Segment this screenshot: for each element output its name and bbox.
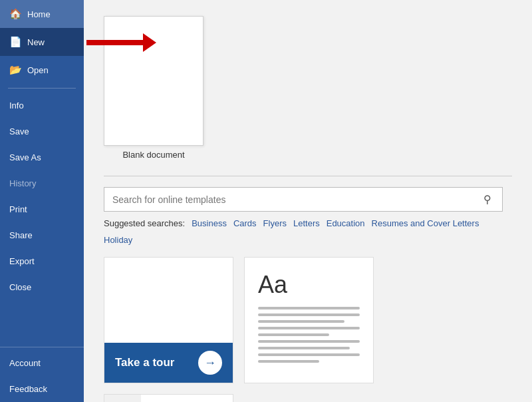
sidebar-item-share[interactable]: Share xyxy=(0,222,84,248)
sidebar-bottom: Account Feedback xyxy=(0,347,84,402)
aa-line-5 xyxy=(258,333,329,336)
sidebar-item-account[interactable]: Account xyxy=(0,350,84,376)
open-icon: 📂 xyxy=(9,64,22,76)
blank-doc-label: Blank document xyxy=(122,150,184,160)
sidebar-item-open[interactable]: 📂 Open xyxy=(0,56,84,84)
sidebar-item-save-as[interactable]: Save As xyxy=(0,144,84,170)
sidebar-item-print[interactable]: Print xyxy=(0,196,84,222)
suggested-tag-business[interactable]: Business xyxy=(192,218,227,228)
sidebar-item-history-label: History xyxy=(9,178,36,188)
sidebar-item-feedback[interactable]: Feedback xyxy=(0,376,84,402)
suggested-tag-letters[interactable]: Letters xyxy=(293,218,320,228)
search-box: ⚲ xyxy=(104,187,503,212)
sidebar-item-print-label: Print xyxy=(9,204,27,214)
arrow-head xyxy=(143,33,156,52)
sidebar-divider-top xyxy=(8,88,76,89)
search-button[interactable]: ⚲ xyxy=(481,193,494,206)
sidebar-item-save-label: Save xyxy=(9,126,29,136)
sidebar-item-export[interactable]: Export xyxy=(0,248,84,274)
sidebar-item-home-label: Home xyxy=(27,9,51,19)
sidebar-item-feedback-label: Feedback xyxy=(9,384,47,394)
sidebar-item-info-label: Info xyxy=(9,100,24,110)
sidebar-item-new-label: New xyxy=(27,37,45,47)
sidebar-item-save-as-label: Save As xyxy=(9,152,41,162)
suggested-tag-cards[interactable]: Cards xyxy=(233,218,257,228)
template-card-resume[interactable]: 👤 NAMEHERE JOB TITLE EDUCATION EXPERIENC… xyxy=(104,394,233,402)
search-section: ⚲ Suggested searches: Business Cards Fly… xyxy=(104,187,512,245)
new-doc-icon: 📄 xyxy=(9,36,22,48)
template-grid: Take a tour → Aa 👤 xyxy=(104,257,512,402)
sidebar-item-save[interactable]: Save xyxy=(0,118,84,144)
tour-text: Take a tour xyxy=(115,356,174,369)
content-divider xyxy=(104,176,512,176)
aa-label: Aa xyxy=(258,271,360,299)
sidebar-item-close-label: Close xyxy=(9,282,31,292)
suggested-tag-flyers[interactable]: Flyers xyxy=(263,218,287,228)
template-card-normal[interactable]: Aa xyxy=(244,257,374,383)
sidebar-item-new[interactable]: 📄 New xyxy=(0,28,84,56)
arrow-indicator xyxy=(86,33,156,52)
suggested-searches: Suggested searches: Business Cards Flyer… xyxy=(104,218,512,245)
sidebar-item-open-label: Open xyxy=(27,65,49,75)
aa-line-3 xyxy=(258,320,344,323)
aa-line-9 xyxy=(258,360,319,363)
search-input[interactable] xyxy=(112,194,481,205)
sidebar-item-export-label: Export xyxy=(9,256,35,266)
suggested-tag-resumes[interactable]: Resumes and Cover Letters xyxy=(372,218,479,228)
sidebar-item-close[interactable]: Close xyxy=(0,274,84,300)
arrow-line xyxy=(86,40,143,45)
tour-bottom: Take a tour → xyxy=(104,343,233,383)
suggested-tag-education[interactable]: Education xyxy=(327,218,365,228)
aa-line-1 xyxy=(258,307,360,309)
tour-arrow-icon: → xyxy=(198,351,222,375)
suggested-tag-holiday[interactable]: Holiday xyxy=(104,235,132,245)
template-card-tour[interactable]: Take a tour → xyxy=(104,257,233,383)
blank-doc-section: Blank document xyxy=(104,16,512,160)
aa-line-2 xyxy=(258,313,360,316)
sidebar-item-share-label: Share xyxy=(9,230,33,240)
main-content: Blank document ⚲ Suggested searches: Bus… xyxy=(84,0,532,402)
aa-line-6 xyxy=(258,340,360,343)
aa-line-4 xyxy=(258,327,360,329)
aa-line-8 xyxy=(258,353,360,356)
sidebar-item-history[interactable]: History xyxy=(0,170,84,196)
sidebar-item-account-label: Account xyxy=(9,358,41,368)
home-icon: 🏠 xyxy=(9,8,22,20)
sidebar: 🏠 Home 📄 New 📂 Open Info Save Save As Hi… xyxy=(0,0,84,402)
resume-right: NAMEHERE JOB TITLE EDUCATION EXPERIENCE … xyxy=(141,395,233,402)
sidebar-item-home[interactable]: 🏠 Home xyxy=(0,0,84,28)
suggested-label: Suggested searches: xyxy=(104,218,185,228)
resume-left: 👤 xyxy=(104,395,141,402)
aa-lines xyxy=(258,307,360,363)
tour-top xyxy=(104,258,233,343)
aa-line-7 xyxy=(258,347,350,349)
sidebar-item-info[interactable]: Info xyxy=(0,93,84,118)
